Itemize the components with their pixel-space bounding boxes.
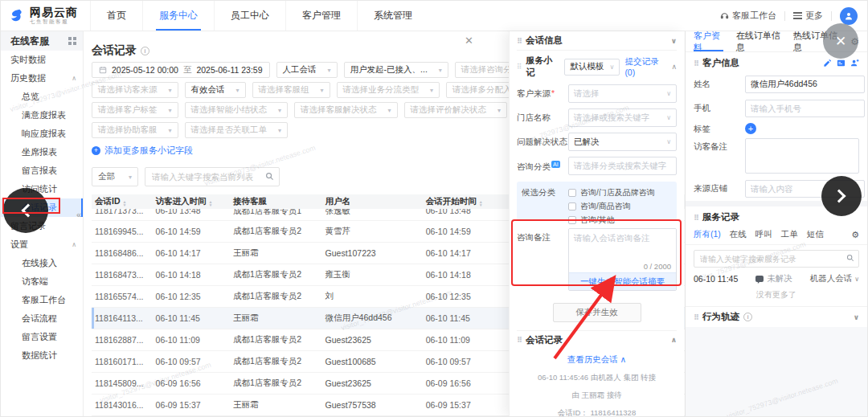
- close-overlay-button[interactable]: ✕: [823, 23, 858, 59]
- search-input[interactable]: [145, 167, 280, 186]
- filter-select[interactable]: 用户发起-已接入、...: [344, 62, 448, 78]
- store-name-select[interactable]: 请选择或搜索关键字∨: [568, 108, 677, 127]
- id-card-icon[interactable]: [837, 59, 845, 67]
- drag-handle-icon[interactable]: ⠿: [694, 59, 698, 67]
- filter-select[interactable]: 请选择客服解决状态: [294, 102, 398, 118]
- drawer-close-icon[interactable]: ✕: [465, 35, 473, 47]
- drag-handle-icon[interactable]: ⠿: [517, 37, 522, 45]
- app: 网易云商 七鱼智能客服 首页 服务中心 员工中心 客户管理 系统管理 客服工作: [0, 0, 868, 417]
- sidebar-item[interactable]: 客服工作台: [1, 291, 83, 309]
- name-input[interactable]: [745, 76, 865, 93]
- candidate-checkbox-item[interactable]: 咨询/其他: [568, 215, 655, 226]
- next-step-button[interactable]: [821, 176, 862, 216]
- sidebar-item[interactable]: 设置 ∧: [1, 235, 83, 254]
- filter-select[interactable]: 请选择智能小结状态: [185, 102, 289, 118]
- sidebar-item[interactable]: 历史数据 ∧: [1, 69, 83, 88]
- gear-icon[interactable]: ⚙: [851, 230, 859, 240]
- scope-select[interactable]: 全部: [92, 167, 138, 186]
- add-tag-icon[interactable]: +: [745, 123, 756, 134]
- filter-select[interactable]: 请选择客户标签: [92, 102, 178, 118]
- col-session-id[interactable]: 会话ID: [92, 194, 153, 209]
- customer-tab[interactable]: 客户资料: [694, 31, 723, 51]
- filter-select[interactable]: 请选择协助客服: [92, 122, 178, 138]
- filter-select[interactable]: 请选择评价解决状态: [404, 102, 508, 118]
- generate-summary-button[interactable]: 一键生成智能会话摘要: [569, 272, 676, 290]
- more-button[interactable]: 更多: [793, 10, 823, 22]
- col-enter-time[interactable]: 访客进入时间: [153, 194, 230, 209]
- add-contact-icon[interactable]: [850, 59, 859, 67]
- nav-item[interactable]: 系统管理: [357, 1, 428, 31]
- date-range-picker[interactable]: 2025-05-12 00:00 至 2025-06-11 23:59: [92, 62, 270, 78]
- sidebar-item[interactable]: 访客端: [1, 272, 83, 291]
- filter-select[interactable]: 人工会话: [276, 62, 338, 78]
- customer-source-select[interactable]: 请选择∨: [568, 84, 677, 103]
- submit-records-link[interactable]: 提交记录(0): [624, 56, 666, 77]
- service-record-item[interactable]: 06-10 11:45 未解决 机器人会话∨: [686, 268, 867, 284]
- sidebar-item[interactable]: 坐席报表: [1, 143, 83, 161]
- service-tab[interactable]: 在线: [730, 229, 747, 240]
- cell-start-time: 06-10 12:35: [423, 285, 510, 307]
- consult-category-input[interactable]: 请选择分类或搜索关键字: [568, 157, 677, 175]
- customer-info-actions: [823, 59, 859, 67]
- edit-icon[interactable]: [823, 59, 832, 67]
- sidebar-collapse-icon[interactable]: «: [76, 210, 81, 219]
- save-button[interactable]: 保存并生效: [553, 303, 641, 322]
- filter-select[interactable]: 请选择业务分流类型: [337, 82, 440, 98]
- visitor-note-textarea[interactable]: [745, 138, 859, 174]
- filter-select[interactable]: 请选择访客来源: [92, 82, 178, 98]
- candidate-checkbox-item[interactable]: 咨询/商品咨询: [568, 201, 655, 212]
- checkbox-icon[interactable]: [568, 189, 576, 197]
- view-history-link[interactable]: 查看历史会话 ∧: [517, 354, 677, 366]
- customer-tab[interactable]: 在线订单信息: [736, 31, 780, 51]
- drag-handle-icon[interactable]: ⠿: [694, 313, 698, 321]
- drag-handle-icon[interactable]: ⠿: [517, 336, 522, 344]
- filter-select[interactable]: 请选择客服组: [252, 82, 330, 98]
- resolve-status-select[interactable]: 已解决∨: [568, 133, 677, 151]
- service-tab[interactable]: 短信: [807, 229, 824, 240]
- cell-username: Guest107223: [322, 242, 423, 264]
- apps-grid-icon[interactable]: [68, 37, 76, 45]
- phone-input[interactable]: [745, 100, 865, 117]
- chevron-up-icon[interactable]: ∧: [671, 336, 677, 344]
- service-tab[interactable]: 工单: [781, 229, 798, 240]
- candidate-checkbox-item[interactable]: 咨询/门店及品牌咨询: [568, 187, 655, 198]
- sidebar-item[interactable]: 响应度报表: [1, 125, 83, 143]
- drag-handle-icon[interactable]: ⠿: [694, 214, 698, 222]
- nav-item[interactable]: 首页: [90, 1, 142, 31]
- sidebar-item[interactable]: 会话流程: [1, 309, 83, 328]
- sidebar-item[interactable]: 总览: [1, 88, 83, 106]
- sidebar-item[interactable]: 满意度报表: [1, 106, 83, 125]
- nav-item-label: 员工中心: [231, 9, 269, 22]
- nav-item[interactable]: 服务中心: [142, 1, 214, 31]
- sidebar-item[interactable]: 在线接入: [1, 254, 83, 272]
- service-tab[interactable]: 呼叫: [755, 229, 772, 240]
- workbench-button[interactable]: 客服工作台: [720, 10, 776, 22]
- drag-handle-icon[interactable]: ⠿: [517, 63, 522, 71]
- sidebar-item[interactable]: 数据统计: [1, 346, 83, 365]
- ai-badge: AI: [551, 161, 560, 168]
- service-note-title: 服务小记: [526, 55, 560, 79]
- nav-item[interactable]: 员工中心: [214, 1, 285, 31]
- field-consult-remark: 咨询备注 0 / 2000 一键生成智能会话摘要: [517, 228, 677, 291]
- sidebar-item[interactable]: 实时数据: [1, 51, 83, 69]
- checkbox-icon[interactable]: [568, 216, 576, 224]
- service-search-input[interactable]: [694, 250, 859, 268]
- consult-remark-textarea[interactable]: [569, 229, 676, 262]
- cell-session-id: 118165574...: [92, 285, 153, 307]
- filter-select[interactable]: 请选择是否关联工单: [185, 122, 289, 138]
- template-select[interactable]: 默认模板: [564, 59, 620, 76]
- chevron-up-icon[interactable]: ∧: [671, 63, 677, 71]
- service-tab[interactable]: 所有(1): [694, 229, 721, 240]
- chevron-down-icon[interactable]: ∨: [671, 37, 677, 45]
- checkbox-icon[interactable]: [568, 202, 576, 211]
- filter-select[interactable]: 有效会话: [185, 82, 246, 98]
- chevron-down-icon: ∨: [666, 114, 671, 121]
- sidebar-item[interactable]: 留言设置: [1, 328, 83, 346]
- record-type-select[interactable]: 机器人会话∨: [810, 273, 859, 284]
- nav-item[interactable]: 客户管理: [285, 1, 357, 31]
- col-start-time[interactable]: 会话开始时间: [423, 194, 510, 209]
- chevron-down-icon[interactable]: ∨: [854, 313, 859, 321]
- prev-step-button[interactable]: [3, 188, 48, 233]
- sidebar-item[interactable]: 留言报表: [1, 161, 83, 180]
- avatar[interactable]: [840, 7, 858, 25]
